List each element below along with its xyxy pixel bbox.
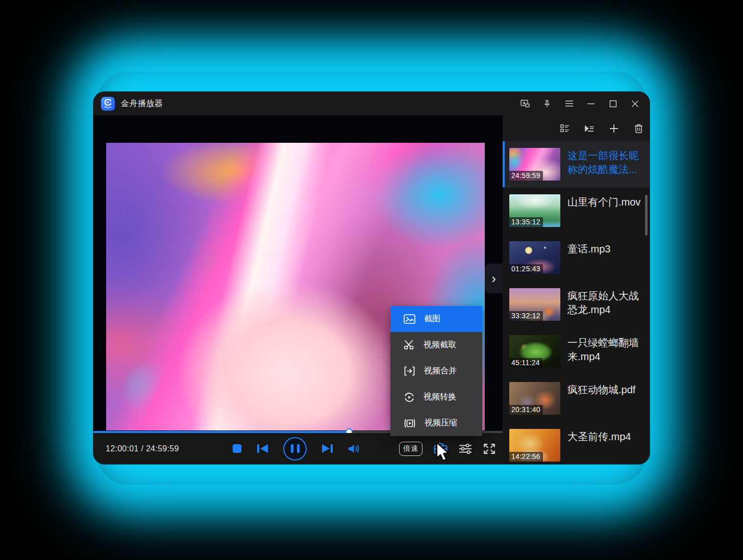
duration-badge: 20:31:40 <box>509 405 543 415</box>
playlist-item-title: 一只绿螳螂翻墙来.mp4 <box>567 335 642 368</box>
playlist-item-title: 童话.mp3 <box>567 241 642 274</box>
playlist-item-current[interactable]: 24:59:59 这是一部很长昵称的炫酷魔法... <box>503 141 650 187</box>
play-order-icon[interactable] <box>585 124 594 133</box>
compress-icon <box>404 418 416 428</box>
playlist-item-title: 大圣前传.mp4 <box>567 429 642 462</box>
menu-icon[interactable] <box>564 99 574 108</box>
fullscreen-icon[interactable] <box>483 443 496 454</box>
playlist-thumbnail: 33:32:12 <box>509 288 560 321</box>
screenshot-icon <box>404 314 415 324</box>
duration-badge: 14:22:56 <box>509 452 543 462</box>
playlist-item[interactable]: 01:25:43 童话.mp3 <box>503 235 650 281</box>
playlist-panel: 24:59:59 这是一部很长昵称的炫酷魔法... 13:35:12 山里有个门… <box>503 115 650 464</box>
playlist-collapse-handle[interactable]: › <box>485 264 503 293</box>
menu-item-screenshot[interactable]: 截图 <box>390 306 482 332</box>
playlist-toolbar <box>503 115 650 141</box>
delete-icon[interactable] <box>634 124 643 133</box>
playlist-thumbnail: 14:22:56 <box>509 429 560 462</box>
control-bar: 12:00:01 / 24:59:59 <box>93 433 503 464</box>
playlist-thumbnail: 24:59:59 <box>509 148 560 181</box>
volume-button[interactable] <box>348 444 360 454</box>
convert-icon <box>404 392 415 403</box>
pause-button[interactable] <box>283 437 307 461</box>
menu-item-video-merge[interactable]: 视频合并 <box>390 358 482 384</box>
mini-player-icon[interactable] <box>521 99 530 108</box>
previous-button[interactable] <box>257 444 268 453</box>
playlist-item-title: 这是一部很长昵称的炫酷魔法... <box>567 148 642 181</box>
pin-icon[interactable] <box>542 99 552 108</box>
window-title: 金舟播放器 <box>121 98 163 109</box>
playlist-thumbnail: 20:31:40 <box>509 382 560 415</box>
toolbox-menu: 截图 视频截取 <box>390 306 482 436</box>
menu-item-video-convert[interactable]: 视频转换 <box>390 384 482 410</box>
playlist-thumbnail: 13:35:12 <box>509 194 560 227</box>
speed-button[interactable]: 倍速 <box>399 442 423 456</box>
playlist-item[interactable]: 14:22:56 大圣前传.mp4 <box>503 422 650 464</box>
scissors-icon <box>404 340 415 350</box>
menu-item-video-trim[interactable]: 视频截取 <box>390 332 482 358</box>
transport-controls <box>232 433 360 464</box>
page: Player 金舟播放器 <box>0 0 743 560</box>
stop-button[interactable] <box>232 444 242 453</box>
titlebar: Player 金舟播放器 <box>93 92 650 115</box>
chevron-right-icon: › <box>491 272 496 285</box>
playlist-thumbnail: 45:11:24 <box>509 335 560 368</box>
time-display: 12:00:01 / 24:59:59 <box>106 444 179 453</box>
settings-sliders-icon[interactable] <box>459 443 472 454</box>
playlist-item[interactable]: 33:32:12 疯狂原始人大战恐龙.mp4 <box>503 282 650 327</box>
duration-badge: 33:32:12 <box>509 311 543 321</box>
playlist-item[interactable]: 20:31:40 疯狂动物城.pdf <box>503 375 650 421</box>
toolbox-icon <box>434 443 448 455</box>
app-logo-badge: Player <box>104 106 111 109</box>
next-button[interactable] <box>321 444 333 453</box>
maximize-icon[interactable] <box>608 99 617 108</box>
duration-badge: 13:35:12 <box>509 217 543 227</box>
playlist-item-title: 山里有个门.mov <box>567 194 642 227</box>
add-media-icon[interactable] <box>609 124 618 133</box>
minimize-icon[interactable] <box>586 99 596 108</box>
right-tools: 倍速 <box>399 433 496 464</box>
toolbox-button[interactable] <box>434 443 448 455</box>
player-area: › 截图 <box>93 115 503 464</box>
merge-icon <box>404 366 415 376</box>
duration-badge: 45:11:24 <box>509 358 542 368</box>
playlist-item[interactable]: 13:35:12 山里有个门.mov <box>503 188 650 234</box>
close-icon[interactable] <box>630 99 639 108</box>
playlist-item-title: 疯狂原始人大战恐龙.mp4 <box>567 288 642 321</box>
window-controls <box>521 99 639 108</box>
main-area: › 截图 <box>93 115 650 464</box>
duration-badge: 01:25:43 <box>509 264 543 274</box>
playlist-thumbnail: 01:25:43 <box>509 241 560 274</box>
duration-badge: 24:59:59 <box>509 171 543 181</box>
playlist-item-title: 疯狂动物城.pdf <box>567 382 642 415</box>
playlist: 24:59:59 这是一部很长昵称的炫酷魔法... 13:35:12 山里有个门… <box>503 141 650 464</box>
playlist-scrollbar-thumb[interactable] <box>645 195 648 236</box>
playlist-view-icon[interactable] <box>560 124 569 133</box>
player-window: Player 金舟播放器 <box>93 92 650 464</box>
menu-item-video-compress[interactable]: 视频压缩 <box>390 410 482 436</box>
app-logo-icon: Player <box>101 97 115 111</box>
playlist-item[interactable]: 45:11:24 一只绿螳螂翻墙来.mp4 <box>503 328 650 374</box>
